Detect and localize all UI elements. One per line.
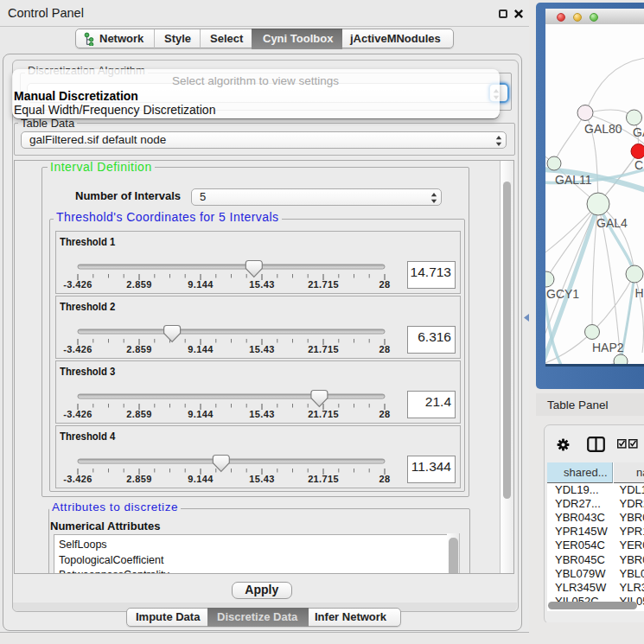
svg-text:2.859: 2.859 [126, 344, 151, 354]
svg-text:-3.426: -3.426 [63, 474, 92, 484]
svg-text:-3.426: -3.426 [63, 279, 92, 290]
svg-text:28: 28 [379, 474, 391, 484]
svg-text:2.859: 2.859 [126, 409, 151, 419]
svg-text:HAP2: HAP2 [592, 341, 624, 354]
svg-text:9.144: 9.144 [188, 474, 214, 484]
svg-text:GCY1: GCY1 [546, 287, 579, 301]
svg-text:2.859: 2.859 [126, 279, 151, 290]
svg-text:28: 28 [379, 409, 391, 419]
svg-text:28: 28 [379, 344, 391, 354]
svg-text:15.43: 15.43 [249, 474, 274, 484]
svg-text:15.43: 15.43 [249, 409, 274, 419]
svg-text:-3.426: -3.426 [63, 409, 92, 419]
svg-text:15.43: 15.43 [249, 344, 274, 354]
svg-text:GAL4: GAL4 [596, 216, 628, 230]
svg-text:2.859: 2.859 [126, 474, 151, 484]
svg-text:28: 28 [379, 279, 391, 290]
svg-text:21.715: 21.715 [308, 344, 339, 354]
svg-text:-3.426: -3.426 [63, 344, 92, 354]
svg-text:9.144: 9.144 [188, 279, 214, 290]
svg-text:C: C [634, 158, 643, 172]
svg-text:GAL80: GAL80 [584, 122, 622, 136]
svg-text:H: H [635, 286, 644, 300]
svg-text:21.715: 21.715 [308, 474, 339, 484]
svg-text:9.144: 9.144 [188, 409, 214, 419]
svg-text:9.144: 9.144 [188, 344, 214, 354]
svg-text:21.715: 21.715 [308, 279, 339, 290]
svg-text:GA: GA [633, 125, 644, 139]
svg-text:GAL11: GAL11 [555, 173, 592, 187]
svg-text:21.715: 21.715 [308, 409, 339, 419]
svg-text:15.43: 15.43 [249, 279, 274, 290]
